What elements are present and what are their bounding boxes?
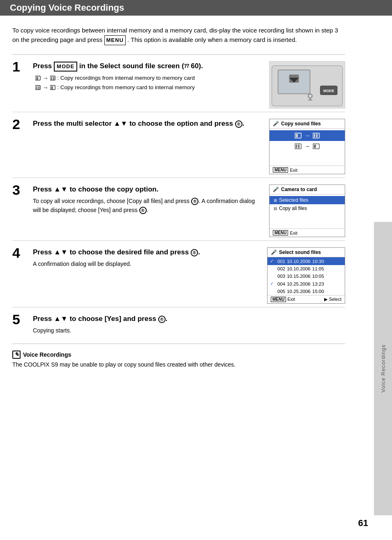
file-num-5: 005 (277, 289, 285, 294)
internal-folder-icon (295, 133, 302, 138)
sound-row-3: 003 10.15.2006 10:05 (267, 272, 345, 280)
check-5 (270, 289, 276, 294)
sidebar-bg: Voice Recordings (374, 222, 392, 515)
step-5-section: 5 Press ▲▼ to choose [Yes] and press ®. … (12, 307, 345, 342)
copy-screen-title: Copy sound files (281, 121, 321, 127)
ok-icon-3a: ® (191, 198, 198, 205)
step-1-body: Press MODE in the Select sound file scre… (33, 61, 259, 93)
step-5-title: Press ▲▼ to choose [Yes] and press ®. (33, 314, 345, 324)
svg-rect-21 (295, 134, 298, 137)
copy-screen-header: 🎤 Copy sound files (270, 119, 345, 129)
select-sound-footer: MENU Exit ▶ Select (267, 295, 345, 303)
menu-footer-label: MENU (273, 167, 288, 173)
step-3-content: 3 Press ▲▼ to choose the copy option. To… (12, 185, 259, 221)
step-1-section: 1 Press MODE in the Select sound file sc… (12, 54, 345, 112)
ok-icon-3b: ® (139, 207, 147, 214)
step-4-body: Press ▲▼ to choose the desired file and … (33, 247, 259, 270)
svg-rect-23 (314, 134, 315, 137)
note-icon: ✎ (12, 351, 21, 359)
camera-to-card-footer: MENU Exit (270, 228, 345, 237)
svg-text:MODE: MODE (323, 89, 334, 93)
step-2-content: 2 Press the multi selector ▲▼ to choose … (12, 119, 259, 136)
svg-rect-26 (295, 145, 297, 148)
selected-files-row: ⊞ Selected files (270, 196, 345, 204)
step-1-left: 1 Press MODE in the Select sound file sc… (12, 61, 259, 98)
sound-row-4: ✓ 004 10.25.2006 13:23 (267, 280, 345, 288)
step-2-title: Press the multi selector ▲▼ to choose th… (33, 119, 259, 129)
camera-to-card-screen: 🎤 Camera to card ⊞ Selected files ⊟ Copy… (269, 185, 345, 237)
step-5-content: 5 Press ▲▼ to choose [Yes] and press ®. … (12, 314, 345, 342)
copy-all-files-label: Copy all files (279, 205, 307, 211)
step-4-content: 4 Press ▲▼ to choose the desired file an… (12, 247, 259, 275)
step-4-title: Press ▲▼ to choose the desired file and … (33, 247, 259, 257)
menu-label: MENU (104, 35, 126, 45)
copy-row-2: → (270, 141, 345, 152)
note-heading: Voice Recordings (23, 351, 71, 358)
step-2-left: 2 Press the multi selector ▲▼ to choose … (12, 119, 259, 136)
file-num-2: 002 (277, 266, 285, 271)
step-1-image: MODE (259, 61, 345, 108)
sound-row-2: 002 10.10.2006 11:05 (267, 265, 345, 272)
file-date-2: 10.10.2006 (287, 266, 311, 271)
main-content: To copy voice recordings between interna… (0, 16, 357, 379)
step-1-content: 1 Press MODE in the Select sound file sc… (12, 61, 259, 98)
internal-folder-icon2 (313, 143, 320, 149)
step-2-body: Press the multi selector ▲▼ to choose th… (33, 119, 259, 131)
sound-row-5: 005 10.25.2006 15:00 (267, 288, 345, 295)
step-4-number: 4 (12, 246, 25, 260)
svg-rect-2 (50, 76, 55, 80)
file-time-2: 11:05 (312, 266, 324, 271)
step-1-row: 1 Press MODE in the Select sound file sc… (12, 61, 345, 108)
check-2 (270, 266, 276, 271)
check-1: ✓ (270, 258, 276, 264)
svg-rect-5 (35, 85, 40, 90)
exit-label-3: Exit (290, 231, 297, 235)
step-3-section: 3 Press ▲▼ to choose the copy option. To… (12, 178, 345, 241)
step-3-number: 3 (12, 183, 25, 197)
step-4-screen: 🎤 Select sound files ✓ 001 10.10.2006 10… (259, 247, 345, 304)
internal-icon2 (50, 85, 56, 90)
copy-sound-files-screen: 🎤 Copy sound files → (269, 119, 345, 174)
step-4-left: 4 Press ▲▼ to choose the desired file an… (12, 247, 259, 275)
footer-right: ▶ Select (324, 297, 341, 302)
step-2-section: 2 Press the multi selector ▲▼ to choose … (12, 112, 345, 178)
camera-to-card-title: Camera to card (281, 187, 317, 192)
note-title: ✎ Voice Recordings (12, 351, 345, 359)
internal-to-card-icon (35, 76, 41, 81)
page-number: 61 (358, 518, 368, 528)
card-icon2 (35, 85, 41, 90)
ok-icon-4: ® (191, 249, 198, 256)
step-3-screen: 🎤 Camera to card ⊞ Selected files ⊟ Copy… (259, 185, 345, 237)
ok-icon-5: ® (158, 316, 166, 323)
svg-rect-29 (314, 145, 316, 148)
svg-rect-27 (298, 145, 300, 148)
select-sound-body: ✓ 001 10.10.2006 10:30 002 10.10.2006 11… (267, 257, 345, 295)
file-date-3: 10.15.2006 (287, 274, 311, 279)
copy-screen-body: → (270, 129, 345, 166)
step-2-screen: 🎤 Copy sound files → (259, 119, 345, 174)
step-1-sub2: → : Copy recordings from memory card to … (35, 83, 259, 92)
card-folder-icon2 (295, 143, 302, 149)
step-3-desc: To copy all voice recordings, choose [Co… (33, 197, 259, 215)
copy-screen-footer: MENU Exit (270, 166, 345, 174)
svg-rect-4 (53, 77, 54, 80)
mic-symbol-4: 🎤 (271, 249, 277, 255)
step-1-number: 1 (12, 60, 25, 74)
svg-rect-6 (36, 86, 37, 89)
intro-text2: . This option is available only when a m… (127, 36, 297, 43)
camera-to-card-header: 🎤 Camera to card (270, 185, 345, 194)
check-4: ✓ (270, 281, 276, 286)
file-num-4: 004 (277, 282, 285, 286)
ok-button-icon: ® (235, 120, 242, 128)
step-4-row: 4 Press ▲▼ to choose the desired file an… (12, 247, 345, 304)
mic-symbol: 🎤 (273, 121, 279, 127)
camera-to-card-body: ⊞ Selected files ⊟ Copy all files (270, 194, 345, 228)
file-time-4: 13:23 (312, 282, 324, 286)
step-5-body: Press ▲▼ to choose [Yes] and press ®. Co… (33, 314, 345, 337)
file-date-5: 10.25.2006 (287, 289, 311, 294)
note-text: The COOLPIX S9 may be unable to play or … (12, 360, 345, 369)
file-time-1: 10:30 (312, 259, 324, 264)
svg-rect-7 (38, 86, 39, 89)
mode-label: MODE (54, 62, 77, 72)
step-4-section: 4 Press ▲▼ to choose the desired file an… (12, 241, 345, 307)
